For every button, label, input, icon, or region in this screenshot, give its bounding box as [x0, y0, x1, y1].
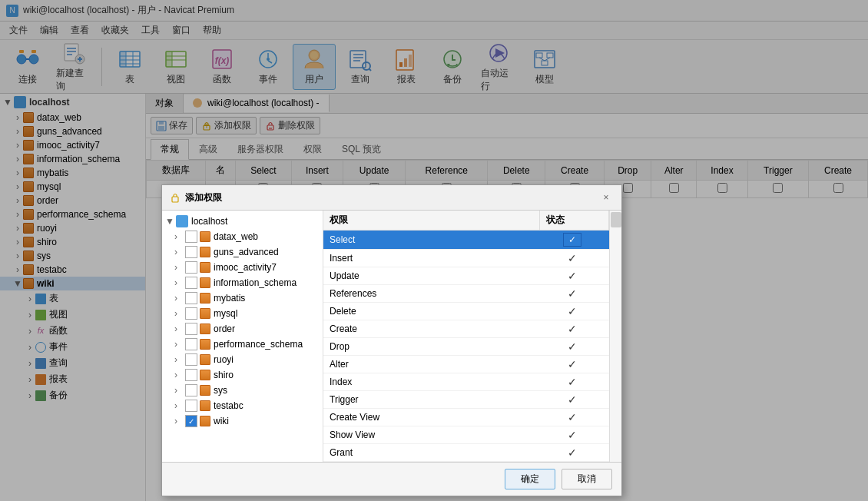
db-check-testabc[interactable]: [185, 400, 197, 412]
db-check-performance_schema[interactable]: [185, 338, 197, 350]
modal-db-performance_schema[interactable]: › performance_schema: [162, 337, 323, 352]
privilege-status: ✓: [542, 270, 603, 282]
modal-body: ▼ localhost › datax_web › guns_advanced: [162, 211, 621, 462]
privilege-select[interactable]: Select ✓: [323, 231, 609, 250]
privilege-update[interactable]: Update ✓: [323, 267, 609, 285]
scrollbar-thumb[interactable]: [611, 212, 621, 227]
db-label: imooc_activity7: [214, 262, 277, 273]
status-check: ✓: [568, 270, 577, 282]
db-check-guns_advanced[interactable]: [185, 246, 197, 258]
db-arrow: ›: [174, 293, 185, 304]
status-check: ✓: [568, 305, 577, 317]
db-arrow: ›: [174, 323, 185, 334]
privilege-name: Grant: [330, 447, 542, 458]
modal-db-mybatis[interactable]: › mybatis: [162, 290, 323, 306]
db-icon: [200, 339, 210, 350]
db-icon: [200, 400, 210, 411]
db-arrow: ›: [174, 339, 185, 350]
modal-db-wiki[interactable]: › ✓ wiki: [162, 413, 323, 429]
db-check-shiro[interactable]: [185, 369, 197, 381]
db-check-order[interactable]: [185, 323, 197, 335]
privilege-trigger[interactable]: Trigger ✓: [323, 391, 609, 409]
privilege-create[interactable]: Create ✓: [323, 320, 609, 338]
modal-db-information_schema[interactable]: › information_schema: [162, 275, 323, 290]
privilege-name: Select: [330, 234, 542, 245]
privilege-status: ✓: [542, 340, 603, 353]
db-label: wiki: [214, 416, 229, 426]
db-label: datax_web: [214, 231, 258, 242]
db-icon: [200, 323, 210, 334]
modal-close-button[interactable]: ×: [598, 190, 614, 205]
db-arrow: ›: [174, 231, 185, 242]
privilege-create-view[interactable]: Create View ✓: [323, 409, 609, 426]
db-check-mybatis[interactable]: [185, 292, 197, 304]
db-label: order: [214, 323, 235, 334]
modal-db-testabc[interactable]: › testabc: [162, 398, 323, 413]
privileges-list: Select ✓ Insert ✓ Update: [323, 231, 609, 462]
modal-db-ruoyi[interactable]: › ruoyi: [162, 352, 323, 367]
modal-title-bar: 添加权限 ×: [162, 185, 621, 211]
modal-db-datax_web[interactable]: › datax_web: [162, 229, 323, 244]
db-label: mybatis: [214, 293, 245, 304]
privilege-grant[interactable]: Grant ✓: [323, 444, 609, 462]
db-check-ruoyi[interactable]: [185, 353, 197, 366]
db-icon: [200, 247, 210, 257]
modal-cancel-button[interactable]: 取消: [562, 469, 612, 489]
status-check: ✓: [568, 323, 577, 335]
db-arrow: ›: [174, 308, 185, 319]
modal-db-imooc_activity7[interactable]: › imooc_activity7: [162, 260, 323, 275]
add-privilege-modal: 添加权限 × ▼ localhost › datax_web: [161, 184, 622, 496]
status-check: ✓: [568, 340, 577, 353]
status-check: ✓: [568, 358, 577, 370]
privilege-status: ✓: [542, 323, 603, 335]
modal-privileges-header: 权限 状态: [323, 211, 609, 231]
modal-db-order[interactable]: › order: [162, 321, 323, 337]
modal-confirm-button[interactable]: 确定: [505, 469, 555, 489]
modal-scrollbar[interactable]: [609, 211, 621, 462]
db-arrow: ›: [174, 370, 185, 380]
db-icon: [200, 308, 210, 319]
server-label: localhost: [191, 216, 227, 227]
status-check: ✓: [568, 446, 577, 459]
privileges-col-header: 权限: [323, 211, 540, 230]
status-check-select: ✓: [563, 233, 581, 247]
db-icon: [200, 293, 210, 304]
privilege-alter[interactable]: Alter ✓: [323, 356, 609, 373]
db-check-datax_web[interactable]: [185, 231, 197, 243]
db-arrow: ›: [174, 385, 185, 396]
db-icon: [200, 416, 210, 426]
privilege-insert[interactable]: Insert ✓: [323, 250, 609, 267]
privilege-references[interactable]: References ✓: [323, 285, 609, 303]
db-check-sys[interactable]: [185, 384, 197, 396]
modal-tree-server[interactable]: ▼ localhost: [162, 214, 323, 229]
db-check-information_schema[interactable]: [185, 277, 197, 289]
privilege-name: Create View: [330, 412, 542, 423]
modal-title-text: 添加权限: [185, 191, 222, 204]
privilege-drop[interactable]: Drop ✓: [323, 338, 609, 356]
privilege-name: Create: [330, 323, 542, 334]
modal-title: 添加权限: [170, 191, 222, 204]
privilege-delete[interactable]: Delete ✓: [323, 303, 609, 320]
privilege-status: ✓: [542, 252, 603, 264]
modal-db-shiro[interactable]: › shiro: [162, 367, 323, 383]
privilege-show-view[interactable]: Show View ✓: [323, 426, 609, 444]
modal-privileges-panel: 权限 状态 Select ✓ Insert ✓: [323, 211, 609, 462]
db-label: mysql: [214, 308, 237, 319]
db-label: sys: [214, 385, 227, 396]
privilege-index[interactable]: Index ✓: [323, 373, 609, 391]
privilege-name: Update: [330, 270, 542, 281]
privilege-status: ✓: [542, 305, 603, 317]
db-check-wiki[interactable]: ✓: [185, 415, 197, 427]
modal-db-sys[interactable]: › sys: [162, 383, 323, 398]
modal-db-guns_advanced[interactable]: › guns_advanced: [162, 244, 323, 260]
db-icon: [200, 370, 210, 380]
privilege-name: Trigger: [330, 394, 542, 405]
db-check-mysql[interactable]: [185, 307, 197, 320]
privilege-status: ✓: [542, 287, 603, 300]
modal-db-mysql[interactable]: › mysql: [162, 306, 323, 321]
db-check-imooc_activity7[interactable]: [185, 261, 197, 274]
db-label: testabc: [214, 400, 244, 411]
status-check: ✓: [568, 429, 577, 441]
privilege-name: Delete: [330, 306, 542, 317]
modal-lock-icon: [170, 192, 181, 203]
